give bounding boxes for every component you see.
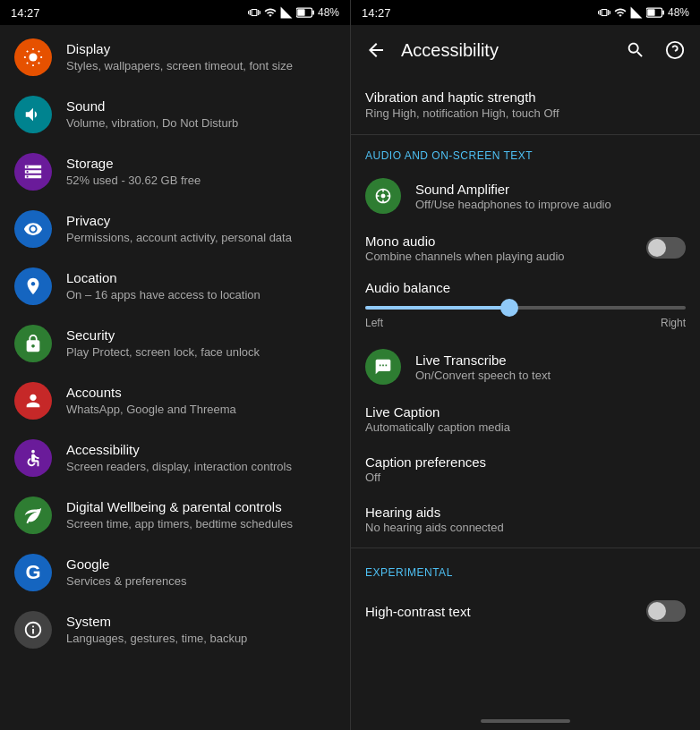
mono-audio-title: Mono audio (365, 233, 646, 249)
mono-audio-toggle[interactable] (646, 237, 686, 259)
right-wifi-icon (614, 6, 627, 19)
right-vibrate-icon (598, 6, 610, 19)
help-icon (665, 40, 685, 60)
accessibility-toolbar: Accessibility (351, 25, 700, 75)
right-panel: 14:27 48% Accessibility (350, 0, 700, 730)
back-button[interactable] (358, 32, 394, 68)
caption-preferences-subtitle: Off (365, 471, 686, 484)
mono-audio-item[interactable]: Mono audio Combine channels when playing… (351, 223, 700, 273)
accessibility-title: Accessibility (66, 441, 336, 459)
accessibility-text: Accessibility Screen readers, display, i… (66, 441, 336, 474)
sound-amplifier-title: Sound Amplifier (415, 182, 686, 197)
live-transcribe-item[interactable]: Live Transcribe On/Convert speech to tex… (351, 340, 700, 394)
slider-left-label: Left (365, 317, 383, 329)
accounts-subtitle: WhatsApp, Google and Threema (66, 403, 336, 418)
sidebar-item-accounts[interactable]: Accounts WhatsApp, Google and Threema (0, 372, 350, 429)
left-battery: 48% (318, 6, 339, 19)
google-text: Google Services & preferences (66, 556, 336, 589)
location-title: Location (66, 269, 336, 287)
mono-audio-toggle-knob (648, 239, 666, 257)
digitalwellbeing-title: Digital Wellbeing & parental controls (66, 498, 336, 516)
signal-icon (280, 6, 293, 19)
digitalwellbeing-icon (23, 505, 43, 525)
sidebar-item-digitalwellbeing[interactable]: Digital Wellbeing & parental controls Sc… (0, 487, 350, 544)
security-subtitle: Play Protect, screen lock, face unlock (66, 345, 336, 361)
live-caption-item[interactable]: Live Caption Automatically caption media (351, 394, 700, 444)
sidebar-item-sound[interactable]: Sound Volume, vibration, Do Not Disturb (0, 86, 350, 143)
sound-text: Sound Volume, vibration, Do Not Disturb (66, 98, 336, 131)
display-subtitle: Styles, wallpapers, screen timeout, font… (66, 59, 336, 74)
privacy-icon (23, 219, 43, 239)
audio-balance-thumb[interactable] (500, 299, 518, 317)
right-status-bar: 14:27 48% (351, 0, 700, 25)
right-battery-icon (646, 7, 664, 18)
sound-icon (23, 105, 43, 124)
svg-rect-7 (647, 9, 654, 16)
right-time: 14:27 (362, 6, 391, 20)
vibration-title: Vibration and haptic strength (365, 89, 686, 105)
accounts-icon-circle (14, 382, 52, 420)
privacy-icon-circle (14, 210, 52, 248)
sidebar-item-display[interactable]: Display Styles, wallpapers, screen timeo… (0, 29, 350, 86)
storage-icon-circle (14, 153, 52, 191)
right-status-icons: 48% (598, 6, 689, 19)
sidebar-item-location[interactable]: Location On – 16 apps have access to loc… (0, 258, 350, 315)
audio-balance-fill (365, 306, 509, 310)
google-icon-circle: G (14, 554, 52, 591)
caption-preferences-item[interactable]: Caption preferences Off (351, 444, 700, 494)
security-icon-circle (14, 325, 52, 362)
system-title: System (66, 613, 336, 631)
digitalwellbeing-text: Digital Wellbeing & parental controls Sc… (66, 498, 336, 531)
slider-right-label: Right (661, 317, 686, 329)
display-icon-circle (14, 38, 52, 76)
display-title: Display (66, 40, 336, 58)
sidebar-item-system[interactable]: System Languages, gestures, time, backup (0, 601, 350, 658)
hearing-aids-item[interactable]: Hearing aids No hearing aids connected (351, 494, 700, 544)
sound-amplifier-icon (374, 187, 392, 205)
help-button[interactable] (657, 32, 693, 68)
storage-text: Storage 52% used - 30.62 GB free (66, 155, 336, 188)
digitalwellbeing-icon-circle (14, 497, 52, 534)
page-title: Accessibility (401, 40, 618, 61)
caption-preferences-title: Caption preferences (365, 454, 686, 470)
sidebar-item-privacy[interactable]: Privacy Permissions, account activity, p… (0, 200, 350, 258)
location-subtitle: On – 16 apps have access to location (66, 288, 336, 303)
left-panel: 14:27 48% Display Styles, w (0, 0, 350, 730)
vibration-item[interactable]: Vibration and haptic strength Ring High,… (351, 75, 700, 135)
high-contrast-title: High-contrast text (365, 604, 646, 619)
high-contrast-item[interactable]: High-contrast text (351, 586, 700, 636)
storage-subtitle: 52% used - 30.62 GB free (66, 174, 336, 189)
google-icon: G (25, 561, 40, 584)
accessibility-icon (23, 448, 43, 468)
sound-amplifier-item[interactable]: Sound Amplifier Off/Use headphones to im… (351, 169, 700, 223)
sound-amplifier-text: Sound Amplifier Off/Use headphones to im… (415, 182, 686, 211)
sound-title: Sound (66, 98, 336, 115)
back-arrow-icon (365, 39, 387, 61)
storage-title: Storage (66, 155, 336, 173)
svg-rect-2 (297, 9, 304, 16)
audio-balance-labels: Left Right (365, 317, 686, 329)
sidebar-item-accessibility[interactable]: Accessibility Screen readers, display, i… (0, 429, 350, 487)
security-icon (23, 334, 43, 353)
audio-balance-container: Audio balance Left Right (351, 273, 700, 340)
battery-icon (296, 7, 314, 18)
sidebar-item-storage[interactable]: Storage 52% used - 30.62 GB free (0, 143, 350, 200)
high-contrast-toggle[interactable] (646, 600, 686, 622)
sidebar-item-google[interactable]: G Google Services & preferences (0, 544, 350, 601)
settings-list: Display Styles, wallpapers, screen timeo… (0, 25, 350, 730)
toolbar-icons (618, 32, 693, 68)
sound-subtitle: Volume, vibration, Do Not Disturb (66, 116, 336, 132)
audio-balance-track[interactable] (365, 306, 686, 310)
accessibility-icon-circle (14, 439, 52, 477)
sidebar-item-security[interactable]: Security Play Protect, screen lock, face… (0, 315, 350, 372)
wifi-icon (264, 6, 277, 19)
display-icon (23, 47, 43, 67)
search-icon (626, 40, 645, 60)
high-contrast-text: High-contrast text (365, 604, 646, 619)
hearing-aids-title: Hearing aids (365, 505, 686, 520)
accessibility-subtitle: Screen readers, display, interaction con… (66, 460, 336, 475)
privacy-subtitle: Permissions, account activity, personal … (66, 231, 336, 246)
search-button[interactable] (618, 32, 653, 68)
experimental-section-header: EXPERIMENTAL (351, 552, 700, 586)
left-status-bar: 14:27 48% (0, 0, 350, 25)
